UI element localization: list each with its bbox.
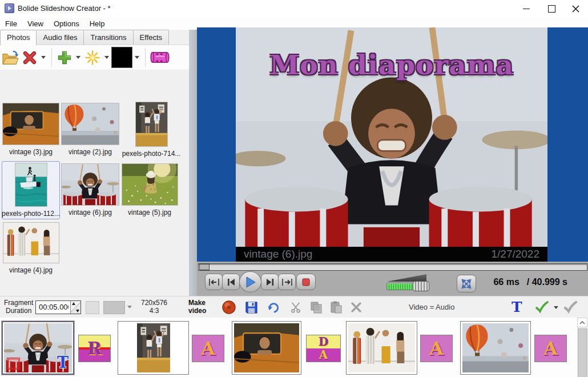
- font-color-caret[interactable]: [127, 306, 132, 308]
- timeline-slide-2[interactable]: [118, 321, 189, 375]
- go-to-end-button[interactable]: [278, 274, 296, 290]
- transition-letter: A: [421, 335, 452, 362]
- menu-help[interactable]: Help: [84, 18, 110, 29]
- photo-label: pexels-photo-714...: [122, 150, 181, 158]
- photo-thumbnail[interactable]: [3, 103, 59, 145]
- photo-item[interactable]: pexels-photo-714...: [122, 102, 181, 158]
- photo-thumbnail[interactable]: [15, 163, 47, 206]
- scroll-up-button[interactable]: [577, 318, 587, 327]
- tab-audio-files[interactable]: Audio files: [36, 30, 84, 45]
- photo-list: vintage (3).jpg vintage (2).jpg pexels-p…: [0, 70, 189, 296]
- timeline-transition-3[interactable]: D A: [306, 335, 341, 362]
- photo-item[interactable]: vintage (5).jpg: [121, 164, 178, 216]
- tab-transitions[interactable]: Transitions: [83, 30, 133, 45]
- timeline-slide-4[interactable]: [346, 321, 417, 375]
- media-panel: Photos Audio files Transitions Effects: [0, 30, 189, 296]
- video-frame: Mon diaporama vintage (6).jpg 1/27/2022: [236, 27, 547, 262]
- scrollbar-thumb[interactable]: [578, 328, 587, 377]
- tab-photos[interactable]: Photos: [0, 30, 37, 45]
- transition-letter: A: [535, 335, 566, 362]
- spinner-up-icon[interactable]: [72, 302, 75, 305]
- current-time: 66 ms: [493, 277, 519, 287]
- maximize-button[interactable]: [539, 0, 564, 17]
- timeline-transition-1[interactable]: R: [78, 335, 111, 362]
- photo-item[interactable]: vintage (4).jpg: [2, 223, 59, 274]
- play-button[interactable]: [239, 271, 261, 292]
- make-video-label[interactable]: Makevideo: [188, 299, 206, 315]
- close-button[interactable]: [563, 0, 588, 17]
- undo-button[interactable]: [266, 300, 281, 315]
- previous-frame-button[interactable]: [222, 274, 240, 290]
- photo-item[interactable]: vintage (3).jpg: [2, 103, 59, 156]
- seek-thumb[interactable]: [199, 264, 210, 270]
- timeline-transition-5[interactable]: A: [534, 335, 567, 362]
- time-display: 66 ms / 40.999 s: [493, 277, 567, 287]
- media-tabs: Photos Audio files Transitions Effects: [0, 30, 168, 45]
- delete-slide-button[interactable]: [349, 300, 364, 315]
- copy-button[interactable]: [309, 300, 324, 315]
- seek-bar[interactable]: [198, 263, 587, 271]
- menu-file[interactable]: File: [0, 18, 22, 29]
- timeline-scrollbar[interactable]: [577, 318, 587, 377]
- next-frame-button[interactable]: [261, 274, 279, 290]
- fragment-duration-input[interactable]: [38, 302, 70, 312]
- volume-thumb[interactable]: [413, 281, 429, 291]
- photo-label: vintage (3).jpg: [9, 148, 53, 156]
- panel-splitter[interactable]: [189, 30, 197, 296]
- photo-item[interactable]: vintage (2).jpg: [61, 103, 119, 156]
- save-project-button[interactable]: [244, 300, 259, 315]
- apply-options-caret[interactable]: [554, 306, 558, 309]
- app-icon: [5, 3, 14, 13]
- paste-button[interactable]: [329, 300, 344, 315]
- timeline-transition-2[interactable]: A: [192, 335, 224, 362]
- background-color-caret[interactable]: [135, 56, 139, 59]
- preview-area: Mon diaporama vintage (6).jpg 1/27/2022: [197, 27, 588, 262]
- photo-label: pexels-photo-112...: [2, 210, 60, 218]
- photo-thumbnail[interactable]: [62, 164, 119, 205]
- font-color-button[interactable]: [103, 301, 125, 314]
- photo-item[interactable]: vintage (6).jpg: [61, 164, 119, 216]
- window-title: Bolide Slideshow Creator - *: [18, 4, 111, 13]
- timeline-slide-3[interactable]: [232, 321, 301, 375]
- effects-button[interactable]: [83, 47, 102, 68]
- timeline-slide-1[interactable]: T: [2, 321, 74, 375]
- go-to-start-button[interactable]: [205, 274, 223, 290]
- timeline-transition-4[interactable]: A: [420, 335, 453, 362]
- duration-spinner[interactable]: [70, 301, 80, 314]
- menu-options[interactable]: Options: [49, 18, 84, 29]
- video-audio-label: Video = Audio: [409, 303, 454, 311]
- timeline-slide-5[interactable]: [460, 321, 531, 375]
- photo-thumbnail[interactable]: [62, 103, 119, 145]
- slideshow-title-overlay: Mon diaporama: [236, 49, 547, 81]
- total-time: / 40.999 s: [527, 277, 567, 287]
- delete-photo-button[interactable]: [21, 47, 39, 68]
- record-video-button[interactable]: [221, 300, 236, 315]
- effects-options-caret[interactable]: [104, 56, 109, 59]
- text-tool-button[interactable]: T: [512, 299, 522, 315]
- add-title-slide-button[interactable]: [55, 47, 74, 68]
- timeline: T R A D A A A: [0, 318, 588, 377]
- add-options-caret[interactable]: [76, 56, 80, 59]
- photo-thumbnail[interactable]: [136, 102, 167, 146]
- caption-filename: vintage (6).jpg: [244, 248, 312, 260]
- stop-button[interactable]: [296, 274, 316, 290]
- cut-button[interactable]: [288, 300, 303, 315]
- tab-effects[interactable]: Effects: [133, 30, 170, 45]
- photo-item-selected[interactable]: pexels-photo-112...: [2, 161, 60, 219]
- background-color-swatch[interactable]: [111, 47, 132, 68]
- fullscreen-button[interactable]: [457, 275, 476, 292]
- caption-date: 1/27/2022: [491, 248, 539, 260]
- apply-check-button[interactable]: [534, 300, 549, 315]
- spinner-down-icon[interactable]: [76, 310, 79, 312]
- photo-thumbnail[interactable]: [3, 223, 59, 263]
- resolution-label: 720x5764:3: [135, 299, 174, 315]
- color-swatch-button[interactable]: [86, 301, 99, 314]
- photo-thumbnail[interactable]: [122, 164, 178, 205]
- delete-options-caret[interactable]: [41, 56, 46, 59]
- date-stamp-overlay-icon: [7, 358, 20, 370]
- menu-view[interactable]: View: [22, 18, 49, 29]
- minimize-button[interactable]: [514, 0, 539, 17]
- add-photos-folder-button[interactable]: [0, 47, 21, 68]
- apply-all-check-button-disabled[interactable]: [563, 300, 578, 315]
- film-strip-button[interactable]: [149, 47, 171, 68]
